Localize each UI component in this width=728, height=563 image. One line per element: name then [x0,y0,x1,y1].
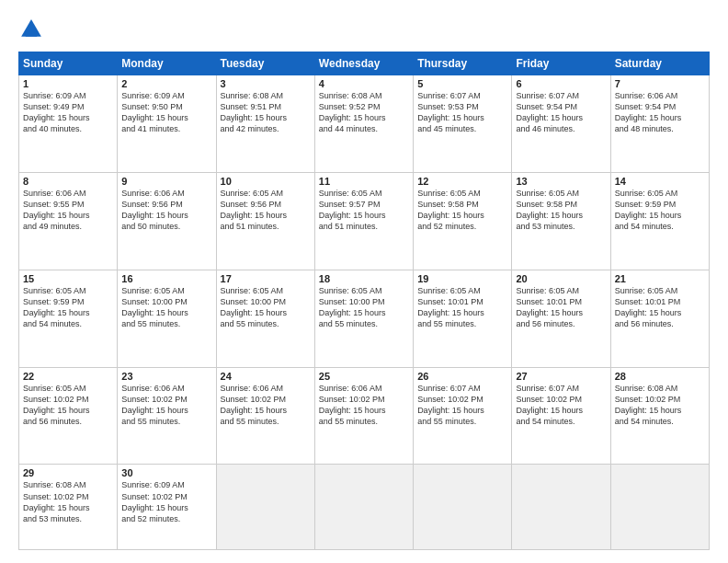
day-number: 12 [417,176,507,187]
day-number: 4 [319,78,409,89]
calendar-cell [610,465,709,550]
calendar-day-header: Friday [512,52,610,75]
calendar-cell [414,465,512,550]
calendar-week-row: 29Sunrise: 6:08 AM Sunset: 10:02 PM Dayl… [19,465,710,550]
calendar-cell: 23Sunrise: 6:06 AM Sunset: 10:02 PM Dayl… [118,367,216,465]
cell-info: Sunrise: 6:05 AM Sunset: 10:01 PM Daylig… [417,285,507,330]
cell-info: Sunrise: 6:05 AM Sunset: 9:58 PM Dayligh… [516,188,606,233]
cell-info: Sunrise: 6:05 AM Sunset: 9:58 PM Dayligh… [417,188,507,233]
calendar-cell: 14Sunrise: 6:05 AM Sunset: 9:59 PM Dayli… [610,172,709,270]
calendar-body: 1Sunrise: 6:09 AM Sunset: 9:49 PM Daylig… [19,75,710,550]
cell-info: Sunrise: 6:05 AM Sunset: 10:01 PM Daylig… [615,285,705,330]
day-number: 5 [417,78,507,89]
day-number: 17 [221,273,311,284]
calendar-cell: 18Sunrise: 6:05 AM Sunset: 10:00 PM Dayl… [314,270,413,367]
day-number: 7 [615,78,705,89]
cell-info: Sunrise: 6:05 AM Sunset: 9:59 PM Dayligh… [23,285,113,330]
cell-info: Sunrise: 6:09 AM Sunset: 9:49 PM Dayligh… [23,90,113,135]
calendar-week-row: 8Sunrise: 6:06 AM Sunset: 9:55 PM Daylig… [19,172,710,270]
cell-info: Sunrise: 6:05 AM Sunset: 10:00 PM Daylig… [319,285,409,330]
calendar-cell: 29Sunrise: 6:08 AM Sunset: 10:02 PM Dayl… [19,465,118,550]
day-number: 3 [221,78,311,89]
calendar-cell: 13Sunrise: 6:05 AM Sunset: 9:58 PM Dayli… [512,172,610,270]
calendar-week-row: 22Sunrise: 6:05 AM Sunset: 10:02 PM Dayl… [19,367,710,465]
logo [18,17,48,42]
calendar-cell [216,465,314,550]
day-number: 22 [23,371,113,382]
day-number: 18 [319,273,409,284]
day-number: 30 [121,467,211,478]
day-number: 21 [615,273,705,284]
calendar-cell: 25Sunrise: 6:06 AM Sunset: 10:02 PM Dayl… [314,367,413,465]
calendar-cell: 15Sunrise: 6:05 AM Sunset: 9:59 PM Dayli… [19,270,118,367]
cell-info: Sunrise: 6:06 AM Sunset: 10:02 PM Daylig… [319,383,409,428]
cell-info: Sunrise: 6:06 AM Sunset: 9:56 PM Dayligh… [121,188,211,233]
calendar-cell: 27Sunrise: 6:07 AM Sunset: 10:02 PM Dayl… [512,367,610,465]
calendar-day-header: Sunday [19,52,118,75]
day-number: 28 [615,371,705,382]
calendar-day-header: Thursday [414,52,512,75]
day-number: 20 [516,273,606,284]
cell-info: Sunrise: 6:06 AM Sunset: 10:02 PM Daylig… [121,383,211,428]
cell-info: Sunrise: 6:05 AM Sunset: 9:57 PM Dayligh… [319,188,409,233]
calendar-day-header: Tuesday [216,52,314,75]
calendar-cell: 4Sunrise: 6:08 AM Sunset: 9:52 PM Daylig… [314,75,413,173]
calendar-week-row: 15Sunrise: 6:05 AM Sunset: 9:59 PM Dayli… [19,270,710,367]
cell-info: Sunrise: 6:07 AM Sunset: 10:02 PM Daylig… [516,383,606,428]
calendar-cell: 20Sunrise: 6:05 AM Sunset: 10:01 PM Dayl… [512,270,610,367]
cell-info: Sunrise: 6:09 AM Sunset: 10:02 PM Daylig… [121,479,211,524]
cell-info: Sunrise: 6:08 AM Sunset: 10:02 PM Daylig… [615,383,705,428]
calendar-cell [512,465,610,550]
cell-info: Sunrise: 6:08 AM Sunset: 10:02 PM Daylig… [23,479,113,524]
cell-info: Sunrise: 6:07 AM Sunset: 10:02 PM Daylig… [417,383,507,428]
calendar-day-header: Saturday [610,52,709,75]
day-number: 29 [23,467,113,478]
cell-info: Sunrise: 6:07 AM Sunset: 9:54 PM Dayligh… [516,90,606,135]
calendar-cell: 28Sunrise: 6:08 AM Sunset: 10:02 PM Dayl… [610,367,709,465]
day-number: 11 [319,176,409,187]
cell-info: Sunrise: 6:05 AM Sunset: 10:02 PM Daylig… [23,383,113,428]
cell-info: Sunrise: 6:05 AM Sunset: 10:00 PM Daylig… [221,285,311,330]
calendar-cell: 8Sunrise: 6:06 AM Sunset: 9:55 PM Daylig… [19,172,118,270]
calendar-cell [314,465,413,550]
calendar-cell: 21Sunrise: 6:05 AM Sunset: 10:01 PM Dayl… [610,270,709,367]
calendar-cell: 10Sunrise: 6:05 AM Sunset: 9:56 PM Dayli… [216,172,314,270]
calendar-cell: 24Sunrise: 6:06 AM Sunset: 10:02 PM Dayl… [216,367,314,465]
calendar-cell: 3Sunrise: 6:08 AM Sunset: 9:51 PM Daylig… [216,75,314,173]
day-number: 6 [516,78,606,89]
calendar-cell: 26Sunrise: 6:07 AM Sunset: 10:02 PM Dayl… [414,367,512,465]
day-number: 25 [319,371,409,382]
calendar-cell: 11Sunrise: 6:05 AM Sunset: 9:57 PM Dayli… [314,172,413,270]
calendar-cell: 9Sunrise: 6:06 AM Sunset: 9:56 PM Daylig… [118,172,216,270]
day-number: 13 [516,176,606,187]
day-number: 10 [221,176,311,187]
cell-info: Sunrise: 6:09 AM Sunset: 9:50 PM Dayligh… [121,90,211,135]
calendar-week-row: 1Sunrise: 6:09 AM Sunset: 9:49 PM Daylig… [19,75,710,173]
day-number: 9 [121,176,211,187]
header [18,17,710,42]
calendar-cell: 12Sunrise: 6:05 AM Sunset: 9:58 PM Dayli… [414,172,512,270]
svg-rect-1 [26,31,37,37]
calendar-header-row: SundayMondayTuesdayWednesdayThursdayFrid… [19,52,710,75]
day-number: 23 [121,371,211,382]
cell-info: Sunrise: 6:07 AM Sunset: 9:53 PM Dayligh… [417,90,507,135]
cell-info: Sunrise: 6:05 AM Sunset: 9:56 PM Dayligh… [221,188,311,233]
day-number: 19 [417,273,507,284]
cell-info: Sunrise: 6:06 AM Sunset: 9:54 PM Dayligh… [615,90,705,135]
calendar-cell: 5Sunrise: 6:07 AM Sunset: 9:53 PM Daylig… [414,75,512,173]
calendar-cell: 16Sunrise: 6:05 AM Sunset: 10:00 PM Dayl… [118,270,216,367]
cell-info: Sunrise: 6:05 AM Sunset: 9:59 PM Dayligh… [615,188,705,233]
day-number: 27 [516,371,606,382]
calendar-table: SundayMondayTuesdayWednesdayThursdayFrid… [18,52,710,550]
cell-info: Sunrise: 6:06 AM Sunset: 9:55 PM Dayligh… [23,188,113,233]
calendar-cell: 6Sunrise: 6:07 AM Sunset: 9:54 PM Daylig… [512,75,610,173]
day-number: 1 [23,78,113,89]
day-number: 16 [121,273,211,284]
day-number: 8 [23,176,113,187]
calendar-cell: 17Sunrise: 6:05 AM Sunset: 10:00 PM Dayl… [216,270,314,367]
day-number: 2 [121,78,211,89]
day-number: 14 [615,176,705,187]
calendar-day-header: Wednesday [314,52,413,75]
cell-info: Sunrise: 6:06 AM Sunset: 10:02 PM Daylig… [221,383,311,428]
cell-info: Sunrise: 6:08 AM Sunset: 9:52 PM Dayligh… [319,90,409,135]
